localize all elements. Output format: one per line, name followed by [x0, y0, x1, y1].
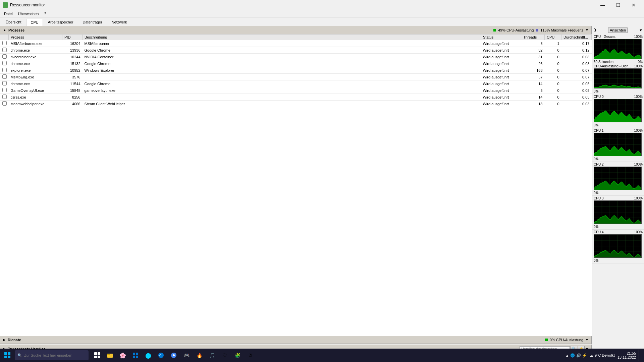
- system-clock[interactable]: 21:55 13.11.2022: [618, 351, 636, 359]
- afterburner-icon[interactable]: 🔥: [193, 349, 205, 361]
- row-cpu: 0: [545, 80, 561, 87]
- process-table-container: Prozess PID Beschreibung Status Threads …: [0, 34, 592, 336]
- start-button[interactable]: [1, 349, 13, 361]
- cpu0-pct: 0%: [594, 123, 598, 127]
- table-row[interactable]: chrome.exe 13936 Google Chrome Wird ausg…: [0, 47, 592, 54]
- row-checkbox[interactable]: [2, 61, 7, 65]
- col-cpu-header[interactable]: CPU: [545, 35, 561, 40]
- row-avg: 0.03: [561, 101, 592, 107]
- cpu0-graph: [594, 99, 642, 122]
- row-avg: 0.03: [561, 94, 592, 101]
- row-checkbox[interactable]: [2, 68, 7, 72]
- close-button[interactable]: ✕: [626, 0, 641, 10]
- row-checkbox[interactable]: [2, 48, 7, 52]
- row-checkbox[interactable]: [2, 88, 7, 92]
- tab-overview[interactable]: Übersicht: [1, 18, 25, 26]
- cpu4-label: CPU 4: [594, 230, 603, 234]
- col-status-header[interactable]: Status: [481, 35, 521, 40]
- chrome-icon[interactable]: [168, 349, 180, 361]
- views-dropdown-icon[interactable]: ▼: [639, 28, 643, 32]
- services-header[interactable]: ▶ Dienste 0% CPU-Auslastung ▼: [0, 336, 592, 344]
- table-row[interactable]: MsMpEng.exe 3576 Wird ausgeführt 57 0 0.…: [0, 74, 592, 80]
- menu-help[interactable]: ?: [41, 11, 49, 16]
- shield-icon[interactable]: 🛡: [219, 349, 231, 361]
- edge-icon[interactable]: [155, 349, 167, 361]
- cpu-load-service-label: CPU-Auslastung - Dien...: [594, 64, 631, 68]
- row-threads: 18: [521, 101, 545, 107]
- music-icon[interactable]: 🎵: [206, 349, 218, 361]
- flower-icon[interactable]: 🌸: [117, 349, 129, 361]
- row-threads: 14: [521, 94, 545, 101]
- show-desktop-button[interactable]: [639, 349, 640, 361]
- services-collapse[interactable]: ▼: [585, 338, 589, 342]
- svg-rect-11: [136, 353, 138, 355]
- col-avg-header[interactable]: Durchschnittl...: [561, 35, 592, 40]
- row-desc: [83, 94, 481, 101]
- speaker-icon[interactable]: 🔊: [576, 353, 581, 358]
- taskbar-search-input[interactable]: [24, 353, 85, 357]
- steam-icon[interactable]: 🎮: [180, 349, 193, 361]
- network-icon[interactable]: 🌐: [570, 353, 575, 358]
- tab-disk[interactable]: Datenträger: [78, 18, 107, 26]
- monitor-icon[interactable]: 🖥: [244, 349, 256, 361]
- windows-icon[interactable]: [129, 349, 142, 361]
- table-row[interactable]: MSIAfterburner.exe 16204 MSIAfterburner …: [0, 40, 592, 47]
- minimize-button[interactable]: —: [595, 0, 610, 10]
- title-bar: Ressourcenmonitor — ❐ ✕: [0, 0, 644, 10]
- process-collapse[interactable]: ▼: [585, 28, 589, 32]
- cpu1-label: CPU 1: [594, 129, 603, 132]
- row-checkbox[interactable]: [2, 101, 7, 106]
- tray-expand[interactable]: ▲: [566, 354, 569, 357]
- weather-widget[interactable]: ☁ 9°C Bewölkt: [590, 353, 615, 358]
- table-row[interactable]: GameOverlayUI.exe 15848 gameoverlayui.ex…: [0, 87, 592, 94]
- chevron-right-icon[interactable]: ❯: [594, 28, 597, 32]
- tab-memory[interactable]: Arbeitsspeicher: [44, 18, 78, 26]
- row-checkbox[interactable]: [2, 74, 7, 79]
- row-pid: 11544: [62, 80, 83, 87]
- row-checkbox[interactable]: [2, 54, 7, 59]
- file-explorer-icon[interactable]: [104, 349, 116, 361]
- col-threads-header[interactable]: Threads: [521, 35, 545, 40]
- row-cpu: 0: [545, 54, 561, 60]
- svg-point-16: [173, 354, 175, 356]
- menu-uberwachen[interactable]: Überwachen: [15, 11, 42, 16]
- window-title: Ressourcenmonitor: [10, 3, 45, 7]
- cpu2-pct: 0%: [594, 191, 598, 195]
- col-process-header[interactable]: Prozess: [9, 35, 62, 40]
- taskbar-search-box[interactable]: 🔍: [15, 350, 89, 360]
- tab-cpu[interactable]: CPU: [26, 19, 43, 26]
- table-row[interactable]: steamwebhelper.exe 4066 Steam Client Web…: [0, 101, 592, 107]
- cpu2-section: CPU 2 100% 0%: [592, 162, 644, 196]
- row-threads: 5: [521, 87, 545, 94]
- services-section: ▶ Dienste 0% CPU-Auslastung ▼: [0, 336, 592, 345]
- row-desc: Google Chrome: [83, 80, 481, 87]
- col-pid-header[interactable]: PID: [62, 35, 83, 40]
- maximize-button[interactable]: ❐: [610, 0, 626, 10]
- row-checkbox[interactable]: [2, 81, 7, 85]
- cpu-total-label: CPU - Gesamt: [594, 35, 615, 39]
- cortana-icon[interactable]: ⬤: [142, 349, 154, 361]
- menu-datei[interactable]: Datei: [1, 11, 15, 16]
- row-cpu: 0: [545, 101, 561, 107]
- row-process: explorer.exe: [9, 67, 62, 74]
- cpu1-graph: [594, 133, 642, 156]
- row-checkbox[interactable]: [2, 95, 7, 99]
- views-button[interactable]: Ansichten: [608, 27, 628, 33]
- table-row[interactable]: nvcontainer.exe 10244 NVIDIA Container W…: [0, 54, 592, 60]
- table-row[interactable]: chrome.exe 15132 Google Chrome Wird ausg…: [0, 60, 592, 67]
- svg-rect-3: [8, 356, 10, 358]
- puzzle-icon[interactable]: 🧩: [231, 349, 244, 361]
- table-row[interactable]: chrome.exe 11544 Google Chrome Wird ausg…: [0, 80, 592, 87]
- process-section: ▲ Prozesse 49% CPU-Auslastung 116% Maxim…: [0, 26, 592, 336]
- task-view-button[interactable]: [91, 349, 103, 361]
- process-section-header[interactable]: ▲ Prozesse 49% CPU-Auslastung 116% Maxim…: [0, 26, 592, 34]
- col-desc-header[interactable]: Beschreibung: [83, 35, 481, 40]
- row-avg: 0.12: [561, 47, 592, 54]
- max-freq-dot: [536, 29, 538, 32]
- table-row[interactable]: explorer.exe 10952 Windows-Explorer Wird…: [0, 67, 592, 74]
- row-checkbox[interactable]: [2, 41, 7, 45]
- table-row[interactable]: csrss.exe 8256 Wird ausgeführt 14 0 0.03: [0, 94, 592, 101]
- row-avg: 0.05: [561, 87, 592, 94]
- row-pid: 16204: [62, 40, 83, 47]
- tab-network[interactable]: Netzwerk: [107, 18, 131, 26]
